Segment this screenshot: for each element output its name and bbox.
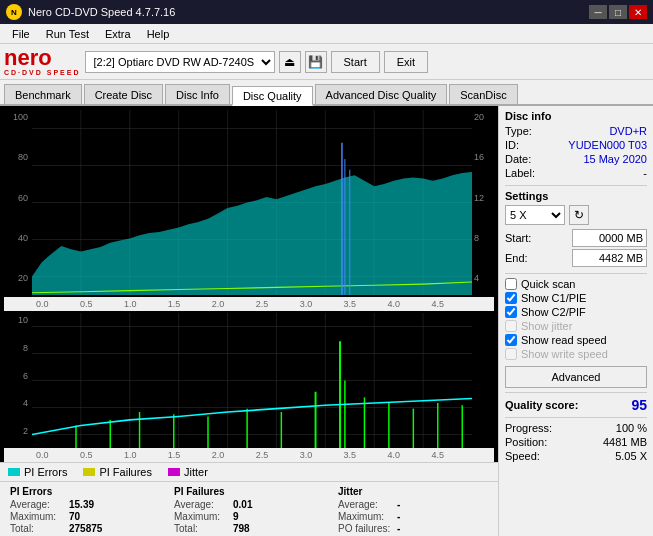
menu-file[interactable]: File (4, 27, 38, 41)
quick-scan-checkbox[interactable] (505, 278, 517, 290)
tab-disc-quality[interactable]: Disc Quality (232, 86, 313, 106)
save-icon[interactable]: 💾 (305, 51, 327, 73)
legend-jitter: Jitter (168, 466, 208, 478)
window-controls: ─ □ ✕ (589, 5, 647, 19)
menu-bar: File Run Test Extra Help (0, 24, 653, 44)
checkboxes-section: Quick scan Show C1/PIE Show C2/PIF Show … (505, 278, 647, 360)
legend-pi-failures-color (83, 468, 95, 476)
position-row: Position: 4481 MB (505, 436, 647, 448)
advanced-button[interactable]: Advanced (505, 366, 647, 388)
drive-select[interactable]: [2:2] Optiarc DVD RW AD-7240S 1.04 (85, 51, 275, 73)
toolbar: nero CD·DVD SPEED [2:2] Optiarc DVD RW A… (0, 44, 653, 80)
top-y-axis-left: 100 80 60 40 20 (4, 110, 32, 295)
legend-jitter-label: Jitter (184, 466, 208, 478)
disc-label-value: - (643, 167, 647, 179)
menu-help[interactable]: Help (139, 27, 178, 41)
logo-nero: nero (4, 47, 52, 69)
show-c1pie-label: Show C1/PIE (521, 292, 586, 304)
minimize-button[interactable]: ─ (589, 5, 607, 19)
stats-jitter-avg-label: Average: (338, 499, 393, 510)
quick-scan-label: Quick scan (521, 278, 575, 290)
stats-pi-failures-max: Maximum: 9 (174, 511, 328, 522)
tab-advanced-disc-quality[interactable]: Advanced Disc Quality (315, 84, 448, 104)
stats-pi-failures-total-value: 798 (233, 523, 250, 534)
stats-jitter-title: Jitter (338, 486, 492, 497)
top-chart-svg (32, 110, 472, 295)
bottom-x-axis: 0.0 0.5 1.0 1.5 2.0 2.5 3.0 3.5 4.0 4.5 (4, 448, 494, 462)
settings-title: Settings (505, 190, 647, 202)
stats-jitter-avg: Average: - (338, 499, 492, 510)
legend-jitter-color (168, 468, 180, 476)
speed-select[interactable]: 5 X (505, 205, 565, 225)
position-label: Position: (505, 436, 547, 448)
progress-value: 100 % (616, 422, 647, 434)
speed-label: Speed: (505, 450, 540, 462)
show-c2pif-checkbox[interactable] (505, 306, 517, 318)
show-read-speed-checkbox[interactable] (505, 334, 517, 346)
stats-pi-errors-total-value: 275875 (69, 523, 102, 534)
progress-row: Progress: 100 % (505, 422, 647, 434)
disc-label-label: Label: (505, 167, 535, 179)
logo-subtitle: CD·DVD SPEED (4, 69, 81, 76)
show-write-speed-row: Show write speed (505, 348, 647, 360)
show-c2pif-row: Show C2/PIF (505, 306, 647, 318)
start-button[interactable]: Start (331, 51, 380, 73)
disc-info-title: Disc info (505, 110, 647, 122)
speed-value: 5.05 X (615, 450, 647, 462)
stats-pi-errors-avg-label: Average: (10, 499, 65, 510)
legend-pi-failures: PI Failures (83, 466, 152, 478)
tab-disc-info[interactable]: Disc Info (165, 84, 230, 104)
stats-pi-errors-title: PI Errors (10, 486, 164, 497)
tab-benchmark[interactable]: Benchmark (4, 84, 82, 104)
maximize-button[interactable]: □ (609, 5, 627, 19)
right-panel: Disc info Type: DVD+R ID: YUDEN000 T03 D… (498, 106, 653, 536)
end-row: End: (505, 249, 647, 267)
show-c1pie-checkbox[interactable] (505, 292, 517, 304)
divider-1 (505, 185, 647, 186)
disc-date-value: 15 May 2020 (583, 153, 647, 165)
eject-icon[interactable]: ⏏ (279, 51, 301, 73)
quality-score-value: 95 (631, 397, 647, 413)
bottom-chart-svg-container (32, 313, 472, 448)
show-write-speed-label: Show write speed (521, 348, 608, 360)
stats-pi-errors-total: Total: 275875 (10, 523, 164, 534)
stats-jitter: Jitter Average: - Maximum: - PO failures… (338, 486, 492, 535)
stats-po-failures: PO failures: - (338, 523, 492, 534)
top-x-axis: 0.0 0.5 1.0 1.5 2.0 2.5 3.0 3.5 4.0 4.5 (4, 297, 494, 311)
progress-label: Progress: (505, 422, 552, 434)
exit-button[interactable]: Exit (384, 51, 428, 73)
show-c2pif-label: Show C2/PIF (521, 306, 586, 318)
refresh-button[interactable]: ↻ (569, 205, 589, 225)
stats-pi-errors-avg: Average: 15.39 (10, 499, 164, 510)
disc-label-row: Label: - (505, 167, 647, 179)
quality-score-label: Quality score: (505, 399, 578, 411)
start-row: Start: (505, 229, 647, 247)
start-input[interactable] (572, 229, 647, 247)
stats-bar: PI Errors Average: 15.39 Maximum: 70 Tot… (0, 481, 498, 536)
end-input[interactable] (572, 249, 647, 267)
main-content: 100 80 60 40 20 (0, 106, 653, 536)
stats-pi-failures-avg-label: Average: (174, 499, 229, 510)
close-button[interactable]: ✕ (629, 5, 647, 19)
show-write-speed-checkbox[interactable] (505, 348, 517, 360)
title-bar-text: Nero CD-DVD Speed 4.7.7.16 (28, 6, 175, 18)
show-jitter-checkbox[interactable] (505, 320, 517, 332)
disc-info-section: Disc info Type: DVD+R ID: YUDEN000 T03 D… (505, 110, 647, 179)
stats-pi-failures-avg: Average: 0.01 (174, 499, 328, 510)
show-c1pie-row: Show C1/PIE (505, 292, 647, 304)
divider-2 (505, 273, 647, 274)
disc-type-row: Type: DVD+R (505, 125, 647, 137)
tab-scan-disc[interactable]: ScanDisc (449, 84, 517, 104)
stats-pi-failures-total-label: Total: (174, 523, 229, 534)
charts-container: 100 80 60 40 20 (0, 106, 498, 462)
stats-jitter-avg-value: - (397, 499, 400, 510)
disc-id-label: ID: (505, 139, 519, 151)
menu-extra[interactable]: Extra (97, 27, 139, 41)
legend-pi-errors-color (8, 468, 20, 476)
start-label: Start: (505, 232, 531, 244)
position-value: 4481 MB (603, 436, 647, 448)
legend-pi-failures-label: PI Failures (99, 466, 152, 478)
logo: nero CD·DVD SPEED (4, 47, 81, 76)
tab-create-disc[interactable]: Create Disc (84, 84, 163, 104)
menu-run-test[interactable]: Run Test (38, 27, 97, 41)
